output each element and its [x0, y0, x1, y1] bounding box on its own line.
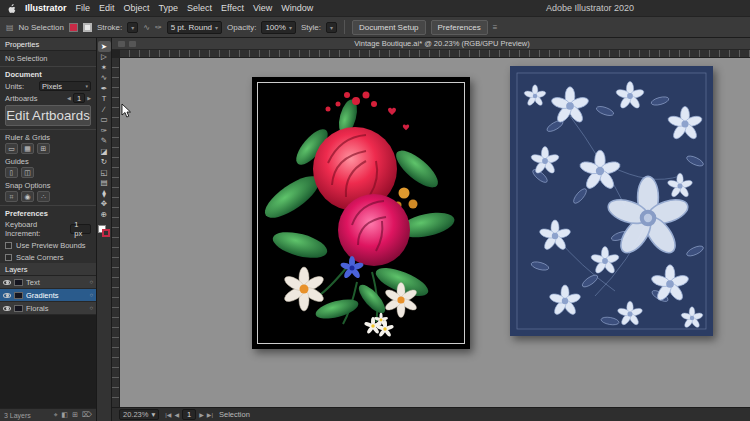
tab-layers[interactable]: Layers — [0, 263, 96, 276]
layer-row-text[interactable]: Text ○ — [0, 276, 96, 289]
use-preview-bounds-checkbox[interactable] — [5, 242, 12, 249]
artboard-2-pattern[interactable] — [510, 66, 713, 336]
next-icon[interactable]: ▶ — [87, 95, 91, 101]
visibility-eye-icon[interactable] — [3, 280, 11, 285]
menu-window[interactable]: Window — [281, 3, 313, 13]
lasso-tool[interactable]: ∿ — [98, 73, 111, 84]
apple-icon[interactable] — [8, 4, 16, 13]
last-artboard-icon[interactable]: ▶| — [207, 411, 213, 418]
eraser-tool[interactable]: ◪ — [98, 146, 111, 157]
gradient-tool[interactable]: ▤ — [98, 178, 111, 189]
next-artboard-icon[interactable]: ▶ — [199, 411, 204, 418]
chevron-down-icon: ▾ — [330, 24, 333, 31]
style-label: Style: — [301, 23, 321, 32]
document-tab-title[interactable]: Vintage Boutique.ai* @ 20.23% (RGB/GPU P… — [140, 39, 744, 48]
pencil-tool[interactable]: ✎ — [98, 136, 111, 147]
opacity-dropdown[interactable]: 100%▾ — [261, 21, 295, 34]
show-guides-icon[interactable]: ▯ — [5, 167, 18, 178]
artboard-1-bouquet[interactable] — [252, 77, 470, 349]
magic-wand-tool[interactable]: ✶ — [98, 62, 111, 73]
opacity-label: Opacity: — [227, 23, 256, 32]
stroke-swatch[interactable] — [83, 23, 92, 32]
fill-stroke-swatches[interactable] — [98, 225, 110, 237]
units-dropdown[interactable]: Pixels▾ — [39, 81, 91, 91]
prev-icon[interactable]: ◀ — [67, 95, 71, 101]
menu-type[interactable]: Type — [159, 3, 179, 13]
fill-swatch[interactable] — [69, 23, 78, 32]
visibility-eye-icon[interactable] — [3, 306, 11, 311]
zoom-tool[interactable]: ⊕ — [98, 209, 111, 220]
pasteboard[interactable] — [112, 58, 750, 407]
menu-effect[interactable]: Effect — [221, 3, 244, 13]
stroke-weight-dropdown[interactable]: ▾ — [127, 22, 138, 33]
delete-layer-icon[interactable]: ⌦ — [82, 411, 92, 419]
artboards-stepper[interactable]: ◀ 1 ▶ — [67, 93, 91, 103]
selection-status: No Selection — [19, 23, 64, 32]
pixel-grid-icon[interactable]: ⊞ — [37, 143, 50, 154]
first-artboard-icon[interactable]: |◀ — [165, 411, 171, 418]
menu-object[interactable]: Object — [124, 3, 150, 13]
width-profile-icon[interactable]: ∿ — [143, 23, 150, 32]
zoom-level-dropdown[interactable]: 20.23% ▾ — [119, 409, 159, 420]
menu-edit[interactable]: Edit — [99, 3, 115, 13]
prev-artboard-icon[interactable]: ◀ — [174, 411, 179, 418]
layer-thumbnail — [14, 292, 23, 299]
edit-artboards-button[interactable]: Edit Artboards — [5, 105, 91, 126]
tab-bar-icon[interactable] — [129, 41, 136, 47]
target-circle-icon[interactable]: ○ — [89, 292, 93, 298]
type-tool[interactable]: T — [98, 94, 111, 105]
rotate-tool[interactable]: ↻ — [98, 157, 111, 168]
menu-view[interactable]: View — [253, 3, 272, 13]
snap-grid-icon[interactable]: ◉ — [21, 191, 34, 202]
paintbrush-tool[interactable]: ✑ — [98, 125, 111, 136]
rectangle-tool[interactable]: ▭ — [98, 115, 111, 126]
preferences-button[interactable]: Preferences — [431, 20, 488, 35]
clipping-mask-icon[interactable]: ◧ — [62, 411, 69, 419]
visibility-eye-icon[interactable] — [3, 293, 11, 298]
horizontal-ruler[interactable] — [120, 50, 750, 58]
vertical-ruler[interactable] — [112, 58, 120, 407]
menu-illustrator[interactable]: Illustrator — [25, 3, 67, 13]
document-tab-bar: Vintage Boutique.ai* @ 20.23% (RGB/GPU P… — [112, 38, 750, 50]
tab-properties[interactable]: Properties — [0, 38, 96, 51]
snap-point-icon[interactable]: ∴ — [37, 191, 50, 202]
selection-tool[interactable]: ➤ — [98, 41, 111, 52]
lock-guides-icon[interactable]: ◫ — [21, 167, 34, 178]
snap-pixel-icon[interactable]: ⌗ — [5, 191, 18, 202]
brush-definition-icon[interactable]: ✑ — [155, 23, 162, 32]
zoom-value: 20.23% — [123, 410, 148, 419]
target-circle-icon[interactable]: ○ — [89, 305, 93, 311]
scale-tool[interactable]: ◱ — [98, 167, 111, 178]
menu-select[interactable]: Select — [187, 3, 212, 13]
panel-options-icon[interactable]: ▤ — [6, 23, 14, 32]
tab-bar-icon[interactable] — [118, 41, 125, 47]
scale-corners-checkbox[interactable] — [5, 254, 12, 261]
new-layer-icon[interactable]: ⊞ — [72, 411, 78, 419]
eyedropper-tool[interactable]: ⧫ — [98, 188, 111, 199]
grid-icon[interactable]: ▦ — [21, 143, 34, 154]
scale-corners-label: Scale Corners — [16, 253, 64, 262]
units-label: Units: — [5, 82, 24, 91]
style-dropdown[interactable]: ▾ — [326, 22, 337, 33]
document-setup-button[interactable]: Document Setup — [352, 20, 426, 35]
layer-row-florals[interactable]: Florals ○ — [0, 302, 96, 315]
status-bar: 20.23% ▾ |◀ ◀ 1 ▶ ▶| Selection — [112, 407, 750, 421]
target-circle-icon[interactable]: ○ — [89, 279, 93, 285]
keyboard-increment-field[interactable]: 1 px — [70, 224, 91, 234]
menu-file[interactable]: File — [76, 3, 91, 13]
layers-tab-label: Layers — [5, 265, 28, 274]
brush-dropdown[interactable]: 5 pt. Round▾ — [167, 21, 222, 34]
pen-tool[interactable]: ✒ — [98, 83, 111, 94]
align-menu-icon[interactable]: ≡ — [493, 23, 498, 32]
hand-tool[interactable]: ✥ — [98, 199, 111, 210]
direct-selection-tool[interactable]: ▷ — [98, 52, 111, 63]
line-tool[interactable]: ∕ — [98, 104, 111, 115]
ruler-icon[interactable]: ▭ — [5, 143, 18, 154]
divider — [0, 66, 96, 67]
layer-row-gradients[interactable]: Gradients ○ — [0, 289, 96, 302]
toolbar-stroke-swatch[interactable] — [102, 229, 110, 237]
current-tool-indicator[interactable]: Selection — [219, 410, 250, 419]
artboard-number[interactable]: 1 — [182, 409, 196, 420]
layer-name: Text — [26, 278, 86, 287]
locate-object-icon[interactable]: ⌖ — [54, 411, 58, 419]
